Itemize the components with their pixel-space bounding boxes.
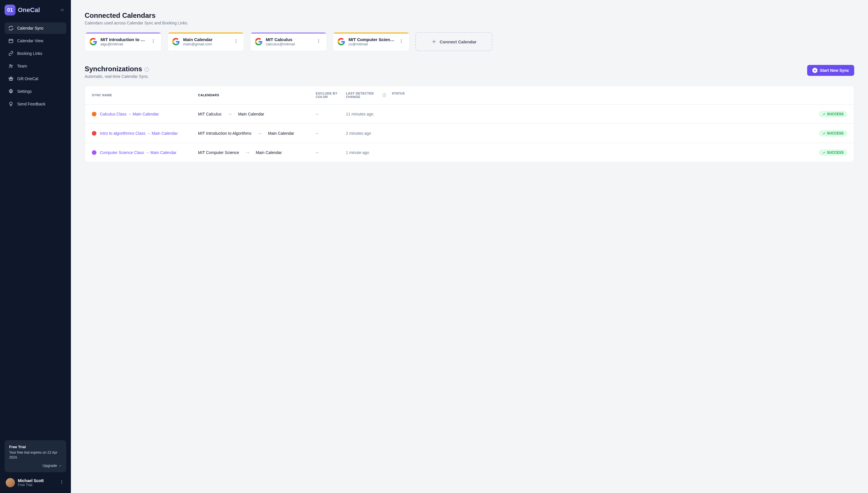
dots-vertical-icon: [399, 39, 404, 43]
calendar-menu-button[interactable]: [398, 38, 405, 46]
connect-calendar-button[interactable]: Connect Calendar: [415, 32, 492, 51]
connected-calendars-subtitle: Calendars used across Calendar Sync and …: [85, 21, 854, 25]
dots-vertical-icon: [60, 480, 64, 485]
logo-icon: 01: [5, 5, 16, 16]
trial-title: Free Trial: [9, 445, 62, 449]
status-badge: SUCCESS: [819, 111, 847, 117]
calendar-title: MIT Computer Scien…: [348, 37, 394, 42]
avatar[interactable]: [6, 478, 15, 487]
sync-name-link[interactable]: Computer Science Class → Main Calendar: [100, 150, 177, 155]
calendar-card[interactable]: MIT Introduction to … algo@mitmail: [85, 32, 162, 51]
sidebar-item-calendar-sync[interactable]: Calendar Sync: [5, 22, 66, 34]
svg-rect-0: [9, 39, 13, 43]
user-name: Michael Scott: [18, 478, 55, 483]
sidebar-item-label: Gift OneCal: [17, 77, 38, 81]
calendar-title: MIT Calculus: [266, 37, 312, 42]
gear-icon: [8, 88, 14, 94]
dots-vertical-icon: [234, 39, 238, 43]
header-calendars: CALENDARS: [198, 92, 316, 99]
svg-point-5: [10, 91, 12, 92]
chevron-double-left-icon: [60, 7, 65, 13]
color-dot: [92, 112, 96, 116]
calendar-from: MIT Computer Science: [198, 150, 239, 155]
start-new-sync-button[interactable]: + Start New Sync: [807, 65, 854, 76]
sidebar-item-label: Booking Links: [17, 51, 42, 56]
svg-point-1: [10, 65, 11, 66]
svg-point-7: [62, 482, 62, 483]
google-icon: [90, 38, 97, 45]
user-plan: Free Trial: [18, 483, 55, 487]
last-change: 2 minutes ago: [346, 131, 386, 135]
google-icon: [338, 38, 345, 45]
calendar-menu-button[interactable]: [232, 38, 239, 46]
header-sync-name: SYNC NAME: [92, 92, 198, 99]
info-icon[interactable]: i: [383, 93, 386, 97]
sidebar-item-feedback[interactable]: Send Feedback: [5, 98, 66, 110]
exclude-value: --: [316, 112, 346, 116]
google-icon: [172, 38, 180, 45]
sync-name-link[interactable]: Calculus Class → Main Calendar: [100, 112, 159, 116]
main-content: Connected Calendars Calendars used acros…: [71, 0, 868, 493]
sidebar-item-label: Send Feedback: [17, 102, 45, 106]
header-last: LAST DETECTED CHANGE i: [346, 92, 386, 99]
sidebar-item-settings[interactable]: Settings: [5, 86, 66, 97]
calendar-email: algo@mitmail: [100, 42, 146, 46]
team-icon: [8, 63, 14, 69]
sidebar-item-label: Calendar Sync: [17, 26, 44, 30]
sidebar-item-gift[interactable]: Gift OneCal: [5, 73, 66, 84]
header-status: STATUS: [386, 92, 847, 99]
calendar-from: MIT Calculus: [198, 112, 221, 116]
google-icon: [255, 38, 262, 45]
table-row[interactable]: Intro to algorithmns Class → Main Calend…: [85, 124, 854, 143]
nav: Calendar Sync Calendar View Booking Link…: [5, 22, 66, 110]
svg-point-13: [236, 41, 236, 42]
sync-name-link[interactable]: Intro to algorithmns Class → Main Calend…: [100, 131, 178, 135]
syncs-subtitle: Automatic, real-time Calendar Sync.: [85, 74, 149, 79]
sidebar-item-calendar-view[interactable]: Calendar View: [5, 35, 66, 46]
gift-icon: [8, 76, 14, 82]
calendar-card[interactable]: MIT Calculus calculus@mitmail: [250, 32, 327, 51]
syncs-table: SYNC NAME CALENDARS EXCLUDE BY COLOR LAS…: [85, 86, 854, 162]
calendar-card[interactable]: MIT Computer Scien… cs@mitmail: [333, 32, 410, 51]
svg-point-14: [236, 42, 236, 43]
logo[interactable]: 01 OneCal: [5, 5, 40, 16]
upgrade-link[interactable]: Upgrade →: [9, 464, 62, 468]
info-icon[interactable]: i: [144, 67, 149, 72]
calendar-from: MIT Introduction to Algorithms: [198, 131, 251, 135]
status-badge: SUCCESS: [819, 130, 847, 136]
user-menu-button[interactable]: [58, 479, 65, 487]
sidebar-item-team[interactable]: Team: [5, 60, 66, 72]
calendar-email: calculus@mitmail: [266, 42, 312, 46]
calendar-menu-button[interactable]: [315, 38, 322, 46]
exclude-value: --: [316, 131, 346, 135]
logo-text: OneCal: [18, 6, 40, 14]
calendar-to: Main Calendar: [256, 150, 282, 155]
table-row[interactable]: Computer Science Class → Main Calendar M…: [85, 143, 854, 162]
svg-point-15: [318, 39, 319, 40]
header-exclude: EXCLUDE BY COLOR: [316, 92, 346, 99]
calendar-email: cs@mitmail: [348, 42, 394, 46]
calendar-menu-button[interactable]: [150, 38, 157, 46]
calendar-to: Main Calendar: [238, 112, 264, 116]
sidebar-item-label: Settings: [17, 89, 32, 94]
color-dot: [92, 150, 96, 155]
calendar-icon: [8, 38, 14, 44]
trial-message: Your free trial expires on 22 Apr 2024.: [9, 450, 62, 460]
calendar-email: main@gmail.com: [183, 42, 229, 46]
collapse-sidebar-button[interactable]: [58, 6, 66, 14]
table-row[interactable]: Calculus Class → Main Calendar MIT Calcu…: [85, 105, 854, 124]
start-new-sync-label: Start New Sync: [820, 68, 849, 73]
arrow-right-icon: →: [257, 130, 262, 136]
svg-point-16: [318, 41, 319, 42]
sidebar-item-booking-links[interactable]: Booking Links: [5, 48, 66, 59]
calendar-card[interactable]: Main Calendar main@gmail.com: [167, 32, 244, 51]
svg-point-18: [401, 39, 402, 40]
bulb-icon: [8, 101, 14, 107]
exclude-value: --: [316, 150, 346, 155]
last-change: 11 minutes ago: [346, 112, 386, 116]
svg-point-6: [62, 480, 62, 481]
dots-vertical-icon: [151, 39, 156, 43]
check-icon: [822, 132, 826, 135]
svg-point-17: [318, 42, 319, 43]
logo-row: 01 OneCal: [5, 5, 66, 16]
